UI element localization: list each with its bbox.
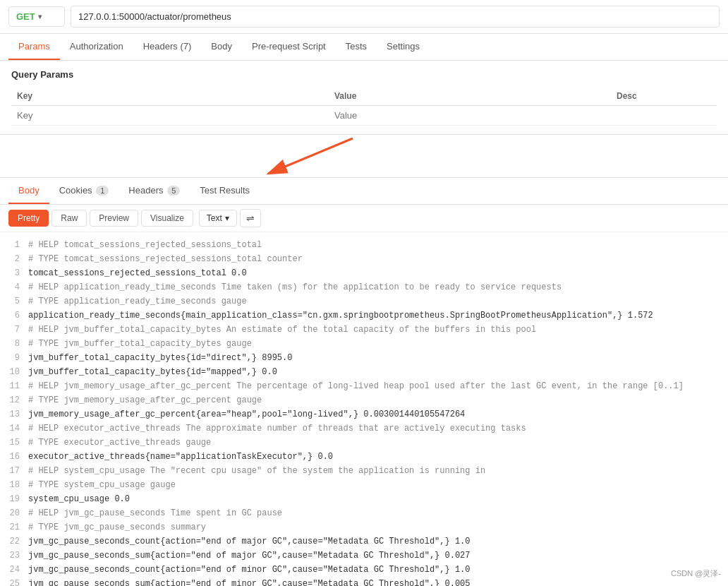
tab-settings[interactable]: Settings (377, 34, 430, 60)
value-input[interactable] (334, 110, 605, 121)
url-input[interactable] (71, 6, 720, 28)
code-line: 12# TYPE jvm_memory_usage_after_gc_perce… (0, 393, 728, 407)
line-number: 2 (0, 253, 28, 265)
view-pretty-btn[interactable]: Pretty (8, 210, 49, 227)
line-content: # TYPE jvm_memory_usage_after_gc_percent… (28, 394, 728, 407)
format-chevron-icon: ▾ (225, 213, 229, 223)
line-content: # TYPE system_cpu_usage gauge (28, 479, 728, 491)
resp-tab-test-results[interactable]: Test Results (190, 178, 260, 204)
code-line: 6application_ready_time_seconds{main_app… (0, 309, 728, 323)
code-line: 15# TYPE executor_active_threads gauge (0, 436, 728, 450)
line-number: 23 (0, 549, 28, 562)
col-header-value: Value (329, 87, 611, 106)
key-input[interactable] (17, 110, 323, 121)
code-line: 24jvm_gc_pause_seconds_count{action="end… (0, 563, 728, 577)
line-number: 10 (0, 366, 28, 378)
code-line: 5# TYPE application_ready_time_seconds g… (0, 294, 728, 309)
response-tabs: Body Cookies 1 Headers 5 Test Results (0, 178, 728, 205)
line-content: jvm_gc_pause_seconds_sum{action="end of … (28, 578, 728, 586)
format-selector[interactable]: Text ▾ (199, 210, 237, 227)
resp-tab-body[interactable]: Body (8, 178, 49, 204)
query-params-title: Query Params (11, 69, 717, 80)
code-line: 14# HELP executor_active_threads The app… (0, 421, 728, 436)
col-header-key: Key (11, 87, 329, 106)
line-content: # HELP jvm_buffer_total_capacity_bytes A… (28, 323, 728, 336)
code-line: 3tomcat_sessions_rejected_sessions_total… (0, 266, 728, 280)
line-content: jvm_buffer_total_capacity_bytes{id="dire… (28, 352, 728, 364)
code-line: 9jvm_buffer_total_capacity_bytes{id="dir… (0, 351, 728, 365)
line-number: 15 (0, 436, 28, 449)
code-line: 18# TYPE system_cpu_usage gauge (0, 478, 728, 492)
line-content: # HELP jvm_memory_usage_after_gc_percent… (28, 380, 728, 393)
annotation-area (0, 135, 728, 177)
line-content: jvm_gc_pause_seconds_count{action="end o… (28, 563, 728, 576)
line-number: 6 (0, 309, 28, 322)
code-line: 22jvm_gc_pause_seconds_count{action="end… (0, 534, 728, 549)
line-content: application_ready_time_seconds{main_appl… (28, 309, 728, 322)
line-content: tomcat_sessions_rejected_sessions_total … (28, 267, 728, 280)
resp-tab-headers[interactable]: Headers 5 (119, 178, 190, 204)
request-tabs: Params Authorization Headers (7) Body Pr… (0, 34, 728, 61)
wrap-button[interactable]: ⇌ (240, 209, 261, 227)
params-table: Key Value Desc (11, 87, 717, 126)
code-line: 20# HELP jvm_gc_pause_seconds Time spent… (0, 506, 728, 520)
line-content: # TYPE tomcat_sessions_rejected_sessions… (28, 253, 728, 265)
code-line: 11# HELP jvm_memory_usage_after_gc_perce… (0, 379, 728, 393)
query-params-section: Query Params Key Value Desc (0, 61, 728, 135)
line-content: jvm_memory_usage_after_gc_percent{area="… (28, 408, 728, 421)
response-section: Body Cookies 1 Headers 5 Test Results Pr… (0, 177, 728, 586)
line-number: 25 (0, 578, 28, 586)
code-line: 13jvm_memory_usage_after_gc_percent{area… (0, 407, 728, 421)
method-chevron-icon: ▾ (38, 13, 42, 20)
tab-params[interactable]: Params (8, 34, 60, 60)
method-label: GET (16, 11, 35, 22)
code-line: 16executor_active_threads{name="applicat… (0, 450, 728, 464)
view-raw-btn[interactable]: Raw (51, 210, 87, 227)
view-preview-btn[interactable]: Preview (90, 210, 138, 227)
line-number: 19 (0, 493, 28, 506)
code-line: 25jvm_gc_pause_seconds_sum{action="end o… (0, 577, 728, 586)
line-number: 14 (0, 422, 28, 435)
desc-input[interactable] (617, 110, 711, 121)
line-number: 20 (0, 507, 28, 520)
line-number: 24 (0, 563, 28, 576)
line-content: system_cpu_usage 0.0 (28, 493, 728, 506)
tab-prerequest[interactable]: Pre-request Script (242, 34, 336, 60)
watermark: CSDN @灵泽- (671, 568, 721, 579)
tab-headers[interactable]: Headers (7) (133, 34, 202, 60)
code-line: 21# TYPE jvm_gc_pause_seconds summary (0, 520, 728, 534)
line-number: 13 (0, 408, 28, 421)
line-content: # HELP system_cpu_usage The "recent cpu … (28, 465, 728, 477)
code-line: 4# HELP application_ready_time_seconds T… (0, 280, 728, 294)
annotation-arrows (0, 135, 728, 177)
tab-tests[interactable]: Tests (336, 34, 377, 60)
line-content: # TYPE executor_active_threads gauge (28, 436, 728, 449)
format-label: Text (207, 213, 222, 223)
view-visualize-btn[interactable]: Visualize (141, 210, 193, 227)
code-line: 8# TYPE jvm_buffer_total_capacity_bytes … (0, 337, 728, 351)
line-number: 18 (0, 479, 28, 491)
code-line: 1# HELP tomcat_sessions_rejected_session… (0, 238, 728, 252)
line-content: # HELP executor_active_threads The appro… (28, 422, 728, 435)
line-number: 16 (0, 450, 28, 463)
headers-badge: 5 (167, 186, 180, 196)
cookies-badge: 1 (96, 186, 109, 196)
line-content: executor_active_threads{name="applicatio… (28, 450, 728, 463)
line-number: 5 (0, 295, 28, 308)
line-number: 8 (0, 337, 28, 350)
line-number: 1 (0, 239, 28, 251)
tab-body[interactable]: Body (201, 34, 242, 60)
code-line: 2# TYPE tomcat_sessions_rejected_session… (0, 252, 728, 266)
line-number: 7 (0, 323, 28, 336)
method-selector[interactable]: GET ▾ (8, 6, 65, 27)
line-number: 3 (0, 267, 28, 280)
line-content: # HELP jvm_gc_pause_seconds Time spent i… (28, 507, 728, 520)
line-content: # TYPE jvm_gc_pause_seconds summary (28, 521, 728, 534)
line-number: 21 (0, 521, 28, 534)
url-bar: GET ▾ (0, 0, 728, 34)
line-content: jvm_buffer_total_capacity_bytes{id="mapp… (28, 366, 728, 378)
line-content: # TYPE jvm_buffer_total_capacity_bytes g… (28, 337, 728, 350)
tab-authorization[interactable]: Authorization (60, 34, 133, 60)
line-number: 9 (0, 352, 28, 364)
resp-tab-cookies[interactable]: Cookies 1 (49, 178, 119, 204)
